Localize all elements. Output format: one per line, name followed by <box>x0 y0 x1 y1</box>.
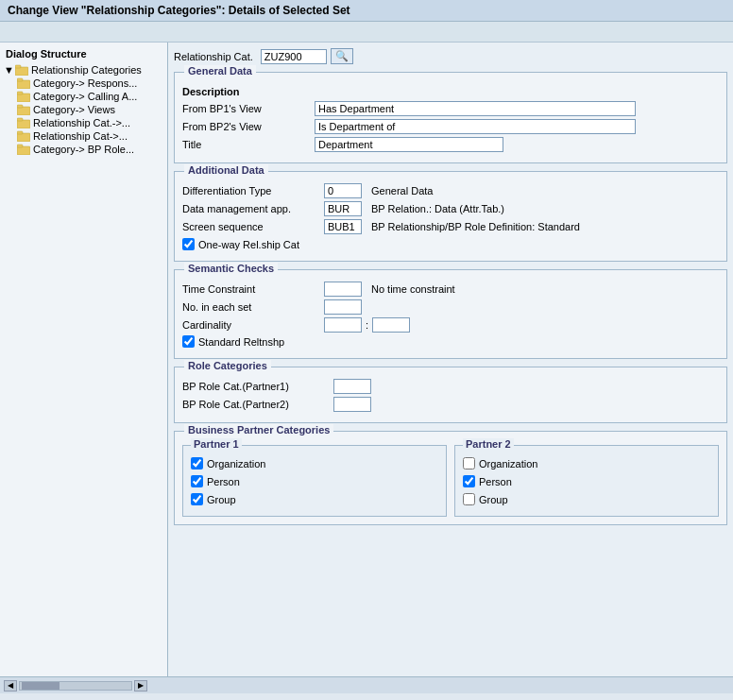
partner1-group-row: Group <box>191 493 438 505</box>
partner2-title: Partner 2 <box>463 438 514 450</box>
general-data-section: General Data Description From BP1's View… <box>174 72 727 163</box>
time-constraint-text: No time constraint <box>371 283 455 295</box>
standard-rel-checkbox[interactable] <box>182 335 195 348</box>
bottom-scrollbar: ◀ ▶ <box>0 676 733 693</box>
sidebar-item-rel-cat-2[interactable]: Relationship Cat->... <box>0 129 167 143</box>
svg-rect-9 <box>17 118 23 121</box>
sidebar-item-label: Category-> Calling A... <box>33 91 137 102</box>
partner1-organization-label: Organization <box>207 458 265 470</box>
svg-rect-13 <box>17 145 23 147</box>
partner2-organization-checkbox[interactable] <box>463 457 475 470</box>
sidebar-item-category-bp-role[interactable]: Category-> BP Role... <box>0 143 167 156</box>
role-categories-section: Role Categories BP Role Cat.(Partner1) B… <box>174 367 727 423</box>
from-bp1-input[interactable] <box>315 101 636 116</box>
sidebar-item-label: Category-> Respons... <box>33 77 137 89</box>
time-constraint-input[interactable] <box>324 282 362 297</box>
partner2-group-label: Group <box>479 494 508 505</box>
partner1-group-checkbox[interactable] <box>191 493 203 505</box>
partner1-title: Partner 1 <box>191 438 242 450</box>
partner2-box: Partner 2 Organization Person Group <box>454 445 719 517</box>
folder-icon <box>17 104 30 115</box>
one-way-label: One-way Rel.ship Cat <box>198 239 299 250</box>
cardinality-row: Cardinality : <box>182 317 719 333</box>
partner1-person-label: Person <box>207 476 240 487</box>
sidebar-item-rel-cat-1[interactable]: Relationship Cat.->... <box>0 116 167 129</box>
diff-type-input[interactable] <box>324 183 362 198</box>
svg-rect-12 <box>17 146 30 155</box>
partner1-organization-row: Organization <box>191 457 438 470</box>
screen-seq-row: Screen sequence BP Relationship/BP Role … <box>182 219 719 234</box>
no-in-each-set-input[interactable] <box>324 299 362 315</box>
diff-type-text: General Data <box>371 185 433 196</box>
scroll-thumb <box>22 682 60 690</box>
additional-data-title: Additional Data <box>184 164 268 176</box>
title-label: Title <box>182 139 315 150</box>
sidebar-header: Dialog Structure <box>0 46 167 63</box>
title-row: Title <box>182 137 719 152</box>
toolbar <box>0 22 733 43</box>
bp-role-p1-input[interactable] <box>333 379 371 394</box>
cardinality-label: Cardinality <box>182 319 324 331</box>
folder-icon <box>17 117 30 128</box>
svg-rect-3 <box>17 78 23 81</box>
screen-seq-input[interactable] <box>324 219 362 234</box>
sidebar-item-rel-categories[interactable]: ▼ Relationship Categories <box>0 63 167 77</box>
partner1-person-checkbox[interactable] <box>191 475 203 487</box>
svg-rect-11 <box>17 131 23 134</box>
partner2-organization-row: Organization <box>463 457 710 470</box>
svg-rect-8 <box>17 120 30 128</box>
folder-icon <box>15 64 28 76</box>
semantic-checks-title: Semantic Checks <box>184 263 278 274</box>
svg-rect-10 <box>17 133 30 142</box>
bp-categories-section: Business Partner Categories Partner 1 Or… <box>174 431 727 525</box>
svg-rect-2 <box>17 80 30 89</box>
rel-cat-input[interactable] <box>261 49 327 64</box>
data-mgmt-row: Data management app. BP Relation.: Data … <box>182 201 719 216</box>
sidebar-item-category-calling[interactable]: Category-> Calling A... <box>0 90 167 103</box>
partner2-person-checkbox[interactable] <box>463 475 475 487</box>
partner2-group-row: Group <box>463 493 710 505</box>
one-way-checkbox[interactable] <box>182 238 195 250</box>
title-input[interactable] <box>315 137 503 152</box>
rel-cat-label: Relationship Cat. <box>174 51 253 62</box>
partner2-group-checkbox[interactable] <box>463 493 475 505</box>
partner1-box: Partner 1 Organization Person Group <box>182 445 447 517</box>
rel-cat-row: Relationship Cat. 🔍 <box>174 48 727 64</box>
data-mgmt-input[interactable] <box>324 201 362 216</box>
one-way-row: One-way Rel.ship Cat <box>182 238 719 250</box>
sidebar-item-label: Category-> Views <box>33 104 115 115</box>
cardinality-input1[interactable] <box>324 317 362 333</box>
svg-rect-0 <box>15 67 28 76</box>
diff-type-label: Differentiation Type <box>182 185 324 196</box>
sidebar-item-category-views[interactable]: Category-> Views <box>0 103 167 116</box>
partner1-organization-checkbox[interactable] <box>191 457 203 470</box>
folder-icon <box>17 91 30 102</box>
partner2-organization-label: Organization <box>479 458 537 470</box>
time-constraint-row: Time Constraint No time constraint <box>182 282 719 297</box>
sidebar-item-category-response[interactable]: Category-> Respons... <box>0 77 167 90</box>
cardinality-input2[interactable] <box>372 317 410 333</box>
screen-seq-text: BP Relationship/BP Role Definition: Stan… <box>371 221 580 232</box>
scroll-left-button[interactable]: ◀ <box>4 680 17 691</box>
rel-cat-search-button[interactable]: 🔍 <box>331 48 353 64</box>
from-bp2-input[interactable] <box>315 119 636 134</box>
partner2-person-row: Person <box>463 475 710 487</box>
bp-role-p2-label: BP Role Cat.(Partner2) <box>182 399 333 410</box>
sidebar-item-label: Relationship Cat.->... <box>33 117 130 128</box>
svg-rect-7 <box>17 105 23 108</box>
semantic-checks-section: Semantic Checks Time Constraint No time … <box>174 269 727 359</box>
bp-role-p2-input[interactable] <box>333 397 371 412</box>
data-mgmt-label: Data management app. <box>182 203 324 214</box>
partner1-person-row: Person <box>191 475 438 487</box>
bp-role-p1-label: BP Role Cat.(Partner1) <box>182 381 333 392</box>
general-data-title: General Data <box>184 65 256 77</box>
folder-icon <box>17 144 30 155</box>
standard-rel-row: Standard Reltnshp <box>182 335 719 348</box>
scroll-right-button[interactable]: ▶ <box>134 680 147 691</box>
svg-rect-6 <box>17 107 30 115</box>
scroll-track <box>19 681 132 691</box>
svg-rect-4 <box>17 94 30 102</box>
svg-rect-5 <box>17 92 23 94</box>
data-mgmt-text: BP Relation.: Data (Attr.Tab.) <box>371 203 504 214</box>
from-bp2-label: From BP2's View <box>182 121 315 132</box>
